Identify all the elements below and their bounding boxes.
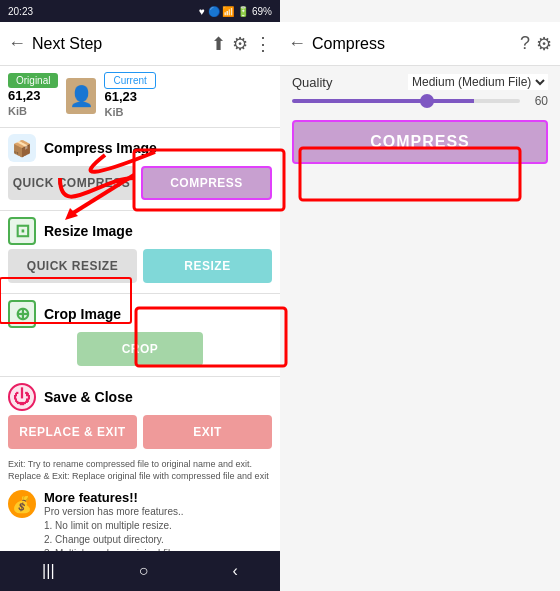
right-settings-icon[interactable]: ⚙ (536, 33, 552, 55)
compress-button[interactable]: COMPRESS (141, 166, 272, 200)
save-title: Save & Close (44, 389, 133, 405)
left-time: 20:23 (8, 6, 33, 17)
nav-back-icon[interactable]: ‹ (233, 562, 238, 580)
replace-exit-button[interactable]: REPLACE & EXIT (8, 415, 137, 449)
resize-header: ⊡ Resize Image (8, 217, 272, 245)
original-label: Original (8, 73, 58, 88)
right-back-button[interactable]: ← (288, 33, 306, 54)
quick-compress-button[interactable]: QUICK COMPRESS (8, 166, 135, 200)
slider-row: 60 (280, 92, 560, 112)
right-panel: 20:23 ♥ 🔵 📶 🔋 69% ← Compress ? ⚙ Quality… (280, 0, 560, 591)
nav-home-icon[interactable]: ○ (139, 562, 149, 580)
resize-button[interactable]: RESIZE (143, 249, 272, 283)
exit-button[interactable]: EXIT (143, 415, 272, 449)
left-status-icons: ♥ 🔵 📶 🔋 69% (199, 6, 272, 17)
save-icon: ⏻ (8, 383, 36, 411)
quality-label: Quality (292, 75, 332, 90)
compress-section: 📦 Compress Image QUICK COMPRESS COMPRESS (0, 130, 280, 208)
right-header-title: Compress (312, 35, 514, 53)
help-icon[interactable]: ? (520, 33, 530, 54)
right-compress-button[interactable]: COMPRESS (292, 120, 548, 164)
more-features-title: More features!! (44, 490, 184, 505)
save-btn-row: REPLACE & EXIT EXIT (8, 415, 272, 449)
crop-section: ⊕ Crop Image CROP (0, 296, 280, 374)
compress-btn-row: QUICK COMPRESS COMPRESS (8, 166, 272, 200)
resize-title: Resize Image (44, 223, 133, 239)
avatar: 👤 (66, 78, 96, 114)
exit-note: Exit: Try to rename compressed file to o… (0, 457, 280, 486)
nav-menu-icon[interactable]: ||| (42, 562, 54, 580)
quality-row: Quality Medium (Medium File) High (Large… (280, 66, 560, 92)
quality-slider[interactable] (292, 99, 520, 103)
crop-title: Crop Image (44, 306, 121, 322)
save-section: ⏻ Save & Close REPLACE & EXIT EXIT (0, 379, 280, 457)
quality-dropdown[interactable]: Medium (Medium File) High (Large File) L… (408, 74, 548, 90)
compress-title: Compress Image (44, 140, 157, 156)
left-header-title: Next Step (32, 35, 205, 53)
compress-header: 📦 Compress Image (8, 134, 272, 162)
resize-btn-row: QUICK RESIZE RESIZE (8, 249, 272, 283)
current-size: 61,23 KiB (104, 89, 155, 119)
left-panel: 20:23 ♥ 🔵 📶 🔋 69% ← Next Step ⬆ ⚙ ⋮ Orig… (0, 0, 280, 591)
left-bottom-nav: ||| ○ ‹ (0, 551, 280, 591)
right-header: ← Compress ? ⚙ (280, 22, 560, 66)
more-features-icon: 💰 (8, 490, 36, 518)
current-box: Current 61,23 KiB (104, 72, 155, 119)
left-header: ← Next Step ⬆ ⚙ ⋮ (0, 22, 280, 66)
current-label: Current (104, 72, 155, 89)
slider-value: 60 (528, 94, 548, 108)
left-status-bar: 20:23 ♥ 🔵 📶 🔋 69% (0, 0, 280, 22)
more-icon[interactable]: ⋮ (254, 33, 272, 55)
crop-header: ⊕ Crop Image (8, 300, 272, 328)
original-size: 61,23 KiB (8, 88, 58, 118)
compress-icon: 📦 (8, 134, 36, 162)
share-icon[interactable]: ⬆ (211, 33, 226, 55)
original-box: Original 61,23 KiB (8, 73, 58, 118)
crop-button[interactable]: CROP (77, 332, 204, 366)
resize-section: ⊡ Resize Image QUICK RESIZE RESIZE (0, 213, 280, 291)
save-header: ⏻ Save & Close (8, 383, 272, 411)
crop-icon: ⊕ (8, 300, 36, 328)
quick-resize-button[interactable]: QUICK RESIZE (8, 249, 137, 283)
left-back-button[interactable]: ← (8, 33, 26, 54)
crop-btn-row: CROP (8, 332, 272, 366)
resize-icon: ⊡ (8, 217, 36, 245)
file-info-row: Original 61,23 KiB 👤 Current 61,23 KiB (0, 66, 280, 125)
settings-icon[interactable]: ⚙ (232, 33, 248, 55)
